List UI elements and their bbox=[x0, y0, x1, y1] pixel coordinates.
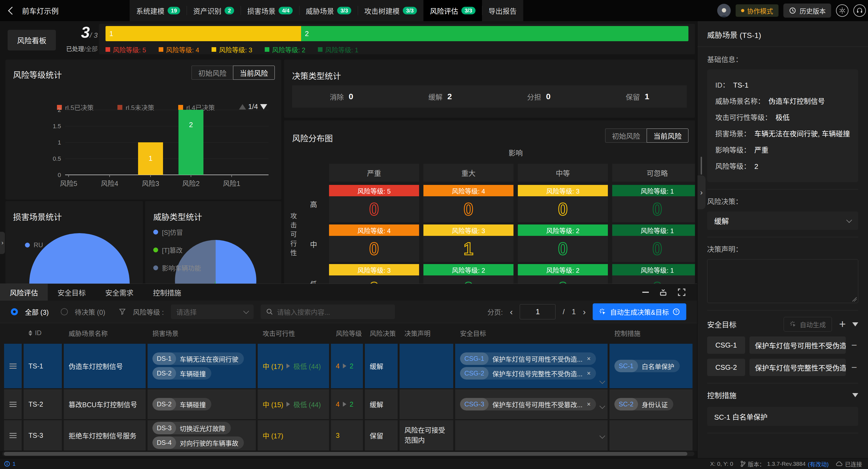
goal-text-input[interactable]: 保护车灯信号完整性不受伪造 bbox=[749, 359, 846, 376]
legend-page-down-icon[interactable] bbox=[260, 104, 267, 109]
legend-swatch bbox=[159, 47, 163, 52]
chevron-down-icon bbox=[846, 217, 852, 223]
remove-icon[interactable]: × bbox=[587, 355, 590, 363]
scrollbar-thumb[interactable] bbox=[4, 452, 687, 456]
col-id[interactable]: ID bbox=[24, 329, 62, 337]
damage-tag[interactable]: DS-2车辆碰撞 bbox=[152, 398, 211, 410]
collab-status-dot bbox=[741, 9, 744, 12]
remove-goal-icon[interactable]: − bbox=[850, 362, 858, 373]
sidebar-scrollbar-thumb[interactable] bbox=[701, 157, 702, 175]
damage-tag[interactable]: DS-3切换近光灯故障 bbox=[152, 422, 231, 434]
arrow-right-icon bbox=[343, 364, 346, 368]
drag-handle[interactable] bbox=[4, 389, 22, 419]
current-risk-button[interactable]: 当前风险 bbox=[233, 66, 275, 80]
control-tag[interactable]: SC-1白名单保护 bbox=[614, 360, 680, 372]
remove-icon[interactable]: × bbox=[587, 369, 590, 377]
goal-tag[interactable]: CSG-2保护车灯信号完整性不受伪造...× bbox=[460, 367, 596, 379]
progress-segment-level2: 2 bbox=[301, 26, 688, 41]
risk-board-button[interactable]: 风险看板 bbox=[8, 30, 56, 51]
matrix-count: 0 bbox=[424, 196, 514, 222]
tab-security-requirements[interactable]: 安全需求 bbox=[95, 284, 143, 301]
left-panel-collapse-handle[interactable]: › bbox=[0, 232, 5, 254]
decision-statement-textarea[interactable] bbox=[707, 259, 858, 303]
table-header-row: ID 威胁场景名称 损害场景 攻击可行性 风险等级 风险决策 决策声明 安全目标… bbox=[4, 323, 697, 343]
history-version-button[interactable]: 历史版本 bbox=[783, 3, 831, 18]
clock-icon bbox=[789, 7, 796, 14]
sidebar-collapse-handle[interactable]: › bbox=[698, 175, 706, 209]
tab-asset-identification[interactable]: 资产识别 2 bbox=[187, 0, 241, 21]
cell-decision-statement: 风险在可接受范围内 bbox=[400, 420, 453, 450]
version-changed-flag[interactable]: (有改动) bbox=[808, 460, 829, 468]
cell-decision-statement bbox=[400, 389, 453, 419]
damage-tag[interactable]: DS-4对向行驶的车辆事故 bbox=[152, 436, 244, 449]
tab-system-modeling[interactable]: 系统建模 19 bbox=[130, 0, 187, 21]
auto-generate-goals-button[interactable]: 自动生成 bbox=[784, 317, 832, 332]
add-goal-icon[interactable]: + bbox=[839, 319, 846, 330]
goal-tag[interactable]: CSG-3保护车灯信号可用性不受篡改...× bbox=[460, 398, 596, 410]
remove-goal-icon[interactable]: − bbox=[850, 339, 858, 351]
collab-mode-toggle[interactable]: 协作模式 bbox=[736, 4, 778, 17]
remove-icon[interactable]: × bbox=[587, 400, 590, 408]
legend-page-up-icon[interactable] bbox=[239, 104, 246, 109]
support-button[interactable] bbox=[854, 4, 866, 17]
settings-button[interactable] bbox=[836, 4, 848, 17]
risk-decision-select[interactable]: 缓解 bbox=[707, 211, 858, 230]
goal-text-input[interactable]: 保护车灯信号可用性不受伪造 bbox=[749, 336, 846, 354]
col-threat-name: 威胁场景名称 bbox=[64, 328, 146, 338]
current-risk-button[interactable]: 当前风险 bbox=[647, 129, 688, 143]
expand-icon[interactable] bbox=[599, 433, 605, 439]
tab-export-report[interactable]: 导出报告 bbox=[482, 0, 523, 21]
tab-risk-assessment-table[interactable]: 风险评估 bbox=[0, 284, 48, 301]
control-tag[interactable]: SC-2身份认证 bbox=[614, 398, 673, 410]
damage-tag[interactable]: DS-2车辆碰撞 bbox=[152, 367, 211, 379]
auto-generate-decisions-button[interactable]: 自动生成决策&目标 ? bbox=[593, 303, 686, 320]
damage-pie-chart bbox=[29, 233, 130, 283]
table-row-ts2[interactable]: TS-2 篡改BCU车灯控制信号 DS-2车辆碰撞 中 (15)极低 (44) … bbox=[4, 389, 697, 419]
tab-threat-scenario[interactable]: 威胁场景 3/3 bbox=[299, 0, 358, 21]
cell-threat-name: 拒绝车灯控制信号服务 bbox=[64, 420, 146, 450]
radio-pending[interactable] bbox=[61, 308, 68, 315]
radio-all[interactable] bbox=[11, 308, 18, 315]
sidebar-title: 威胁场景 (TS-1) bbox=[698, 21, 868, 47]
col-risk-decision: 风险决策 bbox=[365, 328, 398, 338]
cell-id: TS-1 bbox=[24, 344, 62, 388]
risk-view-toggle: 初始风险 当前风险 bbox=[191, 66, 275, 80]
cell-decision-statement bbox=[400, 344, 453, 388]
expand-icon[interactable] bbox=[599, 378, 605, 384]
table-row-ts1[interactable]: TS-1 伪造车灯控制信号 DS-1车辆无法在夜间行驶 DS-2车辆碰撞 中 (… bbox=[4, 344, 697, 388]
drag-handle[interactable] bbox=[4, 420, 22, 450]
page-next-icon[interactable]: › bbox=[583, 307, 586, 317]
back-icon[interactable] bbox=[8, 6, 16, 14]
drag-handle[interactable] bbox=[4, 344, 22, 388]
page-number-input[interactable]: 1 bbox=[520, 304, 556, 320]
initial-risk-button[interactable]: 初始风险 bbox=[191, 66, 233, 80]
notification-indicator[interactable]: 1 bbox=[0, 461, 16, 467]
table-row-ts3[interactable]: TS-3 拒绝车灯控制信号服务 DS-3切换近光灯故障 DS-4对向行驶的车辆事… bbox=[4, 420, 697, 450]
control-measure-item[interactable]: SC-1 白名单保护 bbox=[707, 407, 858, 426]
collapse-section-icon[interactable] bbox=[852, 393, 858, 397]
goal-tag[interactable]: CSG-1保护车灯信号可用性不受伪造...× bbox=[460, 353, 596, 365]
sort-icon[interactable] bbox=[29, 330, 32, 336]
radio-pending-label[interactable]: 待决策 (0) bbox=[75, 307, 105, 316]
user-avatar[interactable] bbox=[717, 4, 731, 18]
radio-all-label[interactable]: 全部 (3) bbox=[25, 307, 49, 316]
tab-security-goals[interactable]: 安全目标 bbox=[48, 284, 95, 301]
collapse-section-icon[interactable] bbox=[852, 322, 858, 326]
cell-risk-decision: 缓解 bbox=[365, 344, 398, 388]
matrix-count: 0 bbox=[329, 196, 419, 222]
initial-risk-button[interactable]: 初始风险 bbox=[605, 129, 647, 143]
tab-attack-tree[interactable]: 攻击树建模 3/3 bbox=[358, 0, 424, 21]
fullscreen-icon[interactable] bbox=[678, 288, 686, 296]
risk-level-select[interactable]: 请选择 bbox=[171, 304, 254, 319]
search-input[interactable]: 请输入搜索内容... bbox=[261, 304, 395, 319]
tab-badge: 19 bbox=[167, 7, 180, 14]
dock-bottom-icon[interactable] bbox=[659, 288, 667, 296]
tab-control-measures[interactable]: 控制措施 bbox=[143, 284, 191, 301]
page-prev-icon[interactable]: ‹ bbox=[510, 307, 513, 317]
row-label-mid: 中 bbox=[310, 239, 317, 249]
tab-risk-assessment[interactable]: 风险评估 3/3 bbox=[424, 0, 482, 21]
minimize-icon[interactable] bbox=[642, 292, 649, 293]
expand-icon[interactable] bbox=[599, 403, 605, 409]
tab-damage-scenario[interactable]: 损害场景 4/4 bbox=[241, 0, 299, 21]
damage-tag[interactable]: DS-1车辆无法在夜间行驶 bbox=[152, 353, 244, 365]
